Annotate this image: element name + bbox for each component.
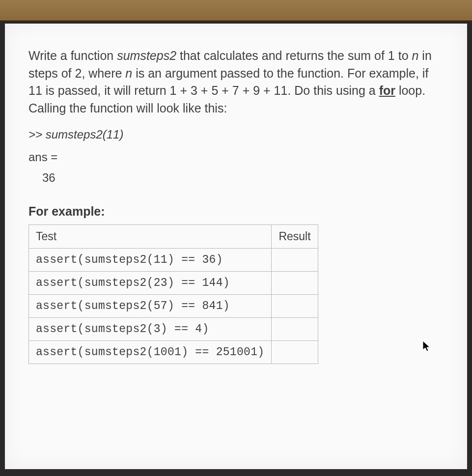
call-example: >> sumsteps2(11) [28, 128, 444, 141]
variable-n: n [412, 49, 419, 62]
table-row: assert(sumsteps2(11) == 36) [29, 249, 318, 272]
problem-paragraph: Write a function sumsteps2 that calculat… [28, 47, 444, 117]
text-segment: that calculates and returns the sum of 1… [176, 49, 412, 62]
ans-label: ans = [28, 150, 444, 164]
ans-value: 36 [28, 171, 444, 185]
result-cell [272, 249, 318, 272]
function-name: sumsteps2 [117, 49, 176, 62]
result-cell [272, 318, 318, 341]
table-row: assert(sumsteps2(1001) == 251001) [29, 341, 318, 364]
result-cell [272, 295, 318, 318]
tests-table: Test Result assert(sumsteps2(11) == 36) … [28, 224, 318, 364]
table-row: assert(sumsteps2(23) == 144) [29, 272, 318, 295]
text-segment: Write a function [28, 49, 117, 62]
variable-n: n [125, 66, 132, 80]
test-cell: assert(sumsteps2(23) == 144) [29, 272, 272, 295]
for-example-heading: For example: [28, 204, 444, 219]
document-content: Write a function sumsteps2 that calculat… [5, 24, 467, 469]
table-header-row: Test Result [29, 225, 318, 249]
table-row: assert(sumsteps2(3) == 4) [29, 318, 318, 341]
keyword-for: for [379, 84, 395, 97]
header-result: Result [272, 225, 318, 249]
table-row: assert(sumsteps2(57) == 841) [29, 295, 318, 318]
test-cell: assert(sumsteps2(3) == 4) [29, 318, 272, 341]
result-cell [272, 272, 318, 295]
window-top-bar [0, 0, 472, 21]
test-cell: assert(sumsteps2(1001) == 251001) [29, 341, 272, 364]
test-cell: assert(sumsteps2(57) == 841) [29, 295, 272, 318]
test-cell: assert(sumsteps2(11) == 36) [29, 249, 272, 272]
monitor-frame: Write a function sumsteps2 that calculat… [0, 21, 472, 476]
cursor-icon [422, 340, 432, 356]
result-cell [272, 341, 318, 364]
header-test: Test [29, 225, 272, 249]
